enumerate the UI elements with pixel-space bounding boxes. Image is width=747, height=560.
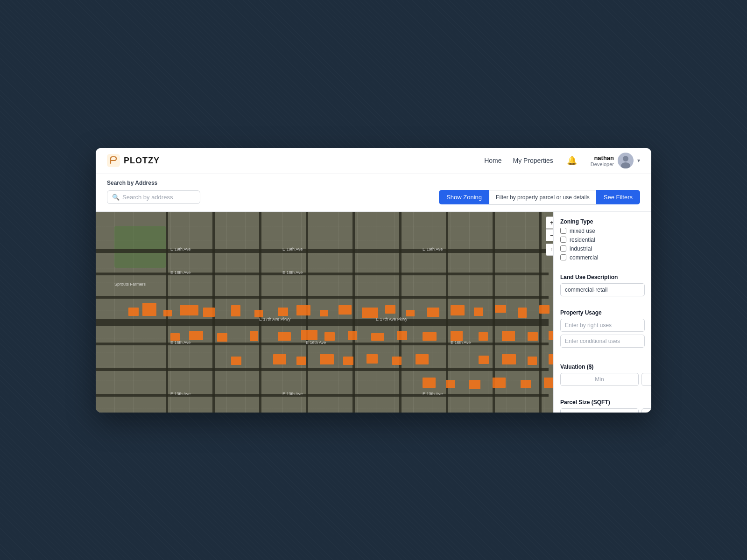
parcel-8 (278, 308, 288, 316)
zoning-industrial[interactable]: industrial (560, 245, 645, 252)
parcel-size-section: Parcel Size (SQFT) (560, 399, 645, 413)
parcel-39 (296, 357, 306, 365)
parcel-53 (446, 380, 455, 388)
app-window: PLOTZY Home My Properties 🔔 nathan Devel… (96, 148, 651, 413)
zoning-commercial-checkbox[interactable] (560, 254, 566, 260)
zoning-residential[interactable]: residential (560, 237, 645, 243)
parcel-27 (324, 332, 335, 341)
header: PLOTZY Home My Properties 🔔 nathan Devel… (96, 148, 651, 174)
parcel-44 (416, 354, 429, 364)
parcel-11 (338, 305, 352, 315)
property-usage-title: Property Usage (560, 309, 645, 316)
zoning-industrial-checkbox[interactable] (560, 245, 566, 252)
search-row: 🔍 Show Zoning Filter by property parcel … (107, 190, 640, 205)
valuation-min-input[interactable] (560, 373, 639, 386)
map-container[interactable]: E 19th Ave E 19th Ave E 19th Ave E 18th … (96, 212, 651, 413)
parcel-4 (180, 305, 198, 315)
parcel-43 (392, 357, 402, 365)
zoning-commercial-label: commercial (570, 254, 598, 261)
show-zoning-button[interactable]: Show Zoning (439, 190, 489, 204)
parcel-54 (423, 378, 436, 388)
road-v5 (352, 212, 355, 413)
parcel-47 (528, 357, 537, 365)
nav-home[interactable]: Home (484, 157, 501, 164)
parcel-24 (250, 331, 258, 341)
parcel-42 (366, 354, 378, 364)
road-h5 (96, 368, 549, 371)
parcel-40 (320, 354, 334, 364)
parcel-33 (479, 332, 488, 341)
parcel-32 (451, 331, 463, 341)
zoning-type-checkboxes: mixed use residential industrial commerc… (560, 228, 645, 261)
land-use-input[interactable] (560, 283, 645, 296)
search-by-address-label: Search by Address (107, 180, 640, 186)
valuation-max-input[interactable] (641, 373, 651, 386)
parcel-46 (502, 354, 516, 364)
parcel-31 (423, 332, 437, 341)
right-uses-input[interactable] (560, 319, 645, 332)
parcel-51 (521, 380, 531, 388)
app-name: PLOTZY (124, 156, 160, 166)
parcel-21 (170, 333, 180, 341)
sub-header: Search by Address 🔍 Show Zoning Filter b… (96, 174, 651, 212)
zoning-type-title: Zoning Type (560, 218, 645, 225)
user-profile[interactable]: nathan Developer ▾ (591, 153, 640, 168)
valuation-section: Valuation ($) (560, 364, 645, 386)
land-use-section: Land Use Description (560, 274, 645, 296)
parcel-14 (406, 310, 415, 316)
parcel-38 (273, 354, 286, 364)
parcel-6 (231, 305, 240, 316)
parcel-45 (479, 356, 489, 364)
road-h1 (96, 249, 549, 253)
parcel-18 (495, 305, 506, 313)
parcel-9 (296, 305, 310, 315)
parcel-19 (518, 308, 527, 318)
zoning-mixed-use-checkbox[interactable] (560, 228, 566, 234)
parcel-5 (203, 308, 215, 317)
parcel-7 (254, 310, 263, 317)
svg-point-2 (623, 156, 628, 161)
land-use-title: Land Use Description (560, 274, 645, 280)
search-icon: 🔍 (112, 194, 120, 201)
logo-area: PLOTZY (107, 154, 160, 167)
parcel-22 (189, 331, 203, 340)
address-search-input[interactable] (122, 194, 195, 201)
zoning-commercial[interactable]: commercial (560, 254, 645, 261)
valuation-title: Valuation ($) (560, 364, 645, 370)
filter-panel: Zoning Type mixed use residential indust… (553, 212, 651, 413)
filter-bar: Show Zoning Filter by property parcel or… (439, 190, 640, 205)
parcel-49 (469, 380, 480, 389)
parcel-37 (231, 357, 241, 365)
parcel-10 (320, 310, 328, 316)
parcel-23 (217, 333, 227, 342)
parcel-size-title: Parcel Size (SQFT) (560, 399, 645, 406)
plotzy-logo-icon (107, 154, 120, 167)
parcel-size-range (560, 408, 645, 413)
parcel-30 (397, 331, 407, 340)
parcel-16 (451, 305, 465, 315)
nav-my-properties[interactable]: My Properties (513, 157, 553, 164)
road-h3 (96, 296, 549, 299)
notification-bell[interactable]: 🔔 (564, 153, 579, 168)
zoning-mixed-use[interactable]: mixed use (560, 228, 645, 234)
zoning-type-section: Zoning Type mixed use residential indust… (560, 218, 645, 261)
parcel-size-min-input[interactable] (560, 408, 639, 413)
parcel-50 (493, 378, 506, 388)
conditional-uses-input[interactable] (560, 335, 645, 348)
valuation-range (560, 373, 645, 386)
see-filters-button[interactable]: See Filters (596, 190, 640, 204)
nav-right: Home My Properties 🔔 nathan Developer ▾ (484, 153, 640, 168)
parcel-41 (343, 357, 353, 365)
parcel-25 (278, 332, 291, 341)
user-role: Developer (591, 161, 614, 167)
address-search-box[interactable]: 🔍 (107, 190, 200, 204)
road-h2 (96, 273, 549, 275)
user-name: nathan (591, 154, 614, 161)
parcel-size-max-input[interactable] (641, 408, 651, 413)
park-area (114, 226, 166, 268)
parcel-35 (528, 332, 538, 341)
parcel-12 (362, 308, 378, 318)
parcel-29 (371, 333, 384, 341)
zoning-residential-label: residential (570, 237, 595, 243)
zoning-residential-checkbox[interactable] (560, 237, 566, 243)
